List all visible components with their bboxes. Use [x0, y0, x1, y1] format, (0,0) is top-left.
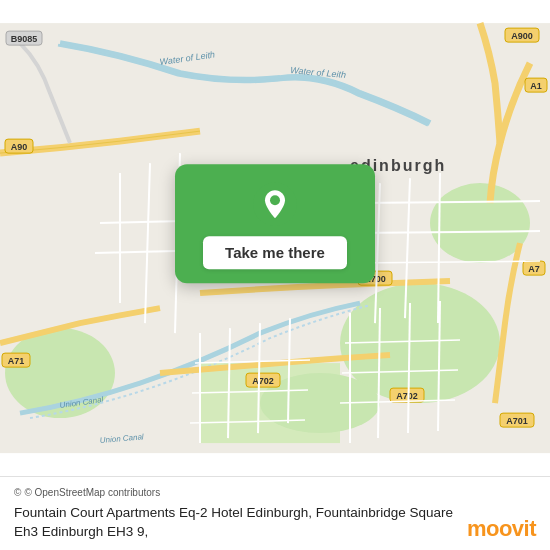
map-pin-icon: [253, 182, 297, 226]
svg-text:A900: A900: [511, 31, 533, 41]
svg-text:A90: A90: [11, 142, 28, 152]
bottom-bar: © © OpenStreetMap contributors Fountain …: [0, 476, 550, 550]
svg-text:A702: A702: [396, 391, 418, 401]
copyright-icon: ©: [14, 487, 21, 498]
svg-text:A7: A7: [528, 264, 540, 274]
svg-text:A701: A701: [506, 416, 528, 426]
take-me-there-button[interactable]: Take me there: [203, 236, 347, 269]
osm-credit: © © OpenStreetMap contributors: [14, 487, 457, 498]
svg-point-57: [270, 195, 280, 205]
location-info: © © OpenStreetMap contributors Fountain …: [14, 487, 467, 542]
moovit-logo-text: moovit: [467, 516, 536, 542]
map-container: Water of Leith Water of Leith Union Cana…: [0, 0, 550, 476]
location-name: Fountain Court Apartments Eq-2 Hotel Edi…: [14, 504, 457, 542]
svg-text:B9085: B9085: [11, 34, 38, 44]
svg-text:A1: A1: [530, 81, 542, 91]
osm-credit-text: © OpenStreetMap contributors: [24, 487, 160, 498]
location-card: Take me there: [175, 164, 375, 283]
svg-text:A71: A71: [8, 356, 25, 366]
svg-text:A702: A702: [252, 376, 274, 386]
moovit-logo: moovit: [467, 516, 536, 542]
app-container: Water of Leith Water of Leith Union Cana…: [0, 0, 550, 550]
